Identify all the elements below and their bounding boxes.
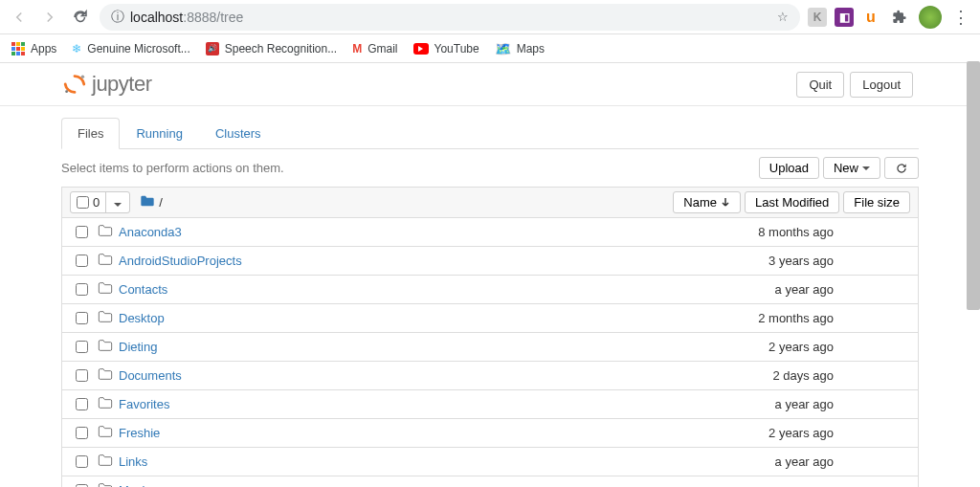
file-name-link[interactable]: Desktop [119, 311, 709, 325]
new-button[interactable]: New [823, 157, 880, 179]
profile-avatar[interactable] [919, 6, 942, 29]
select-all-group[interactable]: 0 [70, 191, 130, 213]
browser-toolbar: ⓘ localhost:8888/tree ☆ K ◧ u ⋮ [0, 0, 980, 34]
file-name-link[interactable]: AndroidStudioProjects [119, 254, 709, 268]
bookmark-speech-recognition[interactable]: 🔊 Speech Recognition... [206, 42, 337, 55]
tab-running[interactable]: Running [120, 118, 198, 149]
sort-size-button[interactable]: File size [843, 191, 910, 213]
scrollbar[interactable] [967, 61, 980, 310]
back-button[interactable] [8, 6, 31, 29]
bookmark-apps[interactable]: Apps [11, 42, 56, 55]
hint-text: Select items to perform actions on them. [61, 161, 284, 175]
bookmark-genuine-microsoft[interactable]: ❄ Genuine Microsoft... [72, 42, 189, 55]
youtube-icon [413, 43, 429, 55]
row-checkbox[interactable] [76, 226, 88, 238]
sort-modified-button[interactable]: Last Modified [745, 191, 839, 213]
address-bar[interactable]: ⓘ localhost:8888/tree ☆ [100, 4, 800, 31]
upload-button[interactable]: Upload [759, 157, 819, 179]
folder-icon [98, 396, 113, 412]
file-row: Contactsa year ago [61, 276, 919, 304]
bookmark-maps[interactable]: 🗺️ Maps [495, 41, 545, 56]
file-modified: 2 days ago [709, 368, 853, 383]
file-row: AndroidStudioProjects3 years ago [61, 247, 919, 276]
site-info-icon[interactable]: ⓘ [111, 9, 124, 26]
file-row: Documents2 days ago [61, 362, 919, 390]
folder-icon [98, 367, 113, 384]
logout-button[interactable]: Logout [850, 72, 913, 98]
jupyter-logo-text: jupyter [92, 72, 152, 97]
row-checkbox[interactable] [76, 283, 88, 296]
select-all-checkbox[interactable] [77, 196, 89, 209]
file-modified: a year ago [709, 397, 853, 411]
row-checkbox[interactable] [76, 369, 88, 382]
file-row: Desktop2 months ago [61, 304, 919, 333]
file-list: 0 / Name Last Modified File size Anacond… [0, 187, 980, 487]
folder-icon [98, 224, 113, 240]
jupyter-logo[interactable]: jupyter [61, 71, 152, 98]
bookmarks-bar: Apps ❄ Genuine Microsoft... 🔊 Speech Rec… [0, 34, 980, 63]
url-text: localhost:8888/tree [130, 10, 771, 25]
file-modified: 2 months ago [709, 311, 853, 325]
arrow-down-icon [721, 195, 730, 210]
file-name-link[interactable]: Contacts [119, 282, 709, 297]
extensions-menu-icon[interactable] [888, 6, 911, 29]
extension-icons: K ◧ u ⋮ [808, 6, 972, 29]
row-checkbox[interactable] [76, 255, 88, 267]
file-name-link[interactable]: Favorites [119, 397, 709, 411]
file-modified: a year ago [709, 454, 853, 469]
file-name-link[interactable]: Freshie [119, 426, 709, 440]
forward-button[interactable] [38, 6, 61, 29]
extension-u-icon[interactable]: u [861, 8, 880, 27]
reload-button[interactable] [69, 6, 92, 29]
file-row: Musica year ago [61, 476, 919, 487]
bookmark-gmail[interactable]: M Gmail [352, 42, 397, 55]
tabs: Files Running Clusters [61, 118, 919, 149]
sort-name-button[interactable]: Name [673, 191, 741, 213]
file-name-link[interactable]: Anaconda3 [119, 225, 709, 239]
folder-icon [98, 482, 113, 487]
extension-purple-icon[interactable]: ◧ [835, 8, 854, 27]
tab-files[interactable]: Files [61, 118, 120, 149]
breadcrumb-folder-icon[interactable] [140, 194, 155, 210]
select-dropdown[interactable] [106, 192, 129, 212]
file-name-link[interactable]: Music [119, 483, 709, 487]
folder-icon [98, 454, 113, 470]
file-name-link[interactable]: Links [119, 454, 709, 469]
snowflake-icon: ❄ [72, 42, 81, 55]
refresh-icon [895, 162, 908, 175]
browser-menu-icon[interactable]: ⋮ [949, 6, 972, 29]
list-header: 0 / Name Last Modified File size [61, 187, 919, 218]
breadcrumb-root[interactable]: / [159, 195, 163, 210]
file-row: Favoritesa year ago [61, 390, 919, 419]
chevron-down-icon [862, 166, 870, 170]
file-name-link[interactable]: Dieting [119, 340, 709, 354]
speech-icon: 🔊 [206, 42, 219, 55]
extension-k-icon[interactable]: K [808, 8, 827, 27]
row-checkbox[interactable] [76, 341, 88, 353]
row-checkbox[interactable] [76, 455, 88, 468]
jupyter-logo-icon [61, 71, 88, 98]
folder-icon [98, 253, 113, 269]
action-toolbar: Select items to perform actions on them.… [0, 149, 980, 187]
maps-icon: 🗺️ [495, 41, 511, 56]
file-row: Anaconda38 months ago [61, 218, 919, 247]
file-name-link[interactable]: Documents [119, 368, 709, 383]
file-modified: 2 years ago [709, 340, 853, 354]
folder-icon [98, 425, 113, 441]
folder-icon [98, 339, 113, 355]
bookmark-youtube[interactable]: YouTube [413, 42, 479, 55]
file-row: Linksa year ago [61, 448, 919, 476]
file-modified: a year ago [709, 483, 853, 487]
apps-grid-icon [11, 42, 25, 55]
file-modified: 3 years ago [709, 254, 853, 268]
jupyter-header: jupyter Quit Logout [0, 63, 980, 106]
tab-clusters[interactable]: Clusters [199, 118, 278, 149]
row-checkbox[interactable] [76, 398, 88, 410]
folder-icon [98, 310, 113, 326]
row-checkbox[interactable] [76, 427, 88, 439]
quit-button[interactable]: Quit [796, 72, 844, 98]
bookmark-star-icon[interactable]: ☆ [777, 10, 789, 24]
refresh-button[interactable] [884, 157, 919, 179]
selected-count: 0 [93, 195, 100, 210]
row-checkbox[interactable] [76, 312, 88, 324]
